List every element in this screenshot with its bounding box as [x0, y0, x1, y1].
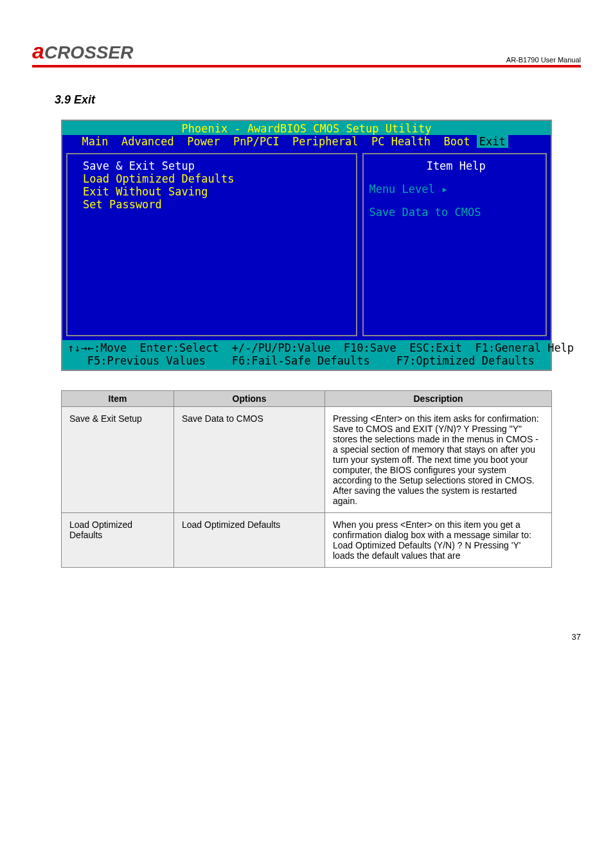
table-header: Description: [325, 391, 552, 407]
table-cell-options: Save Data to CMOS: [174, 407, 325, 513]
bios-menu-panel: Save & Exit Setup Load Optimized Default…: [66, 153, 357, 336]
bios-tab-exit: Exit: [477, 135, 508, 148]
bios-menu-level: Menu Level ▸: [369, 183, 543, 195]
bios-menu-item: Save & Exit Setup: [83, 159, 352, 172]
bios-tabs: Main Advanced Power PnP/PCI Peripheral P…: [62, 135, 551, 149]
table-header: Item: [62, 391, 174, 407]
bios-help-panel: Item Help Menu Level ▸ Save Data to CMOS: [362, 153, 547, 336]
options-table: Item Options Description Save & Exit Set…: [61, 390, 552, 568]
table-cell-desc: Pressing <Enter> on this item asks for c…: [325, 407, 552, 513]
table-cell-desc: When you press <Enter> on this item you …: [325, 513, 552, 568]
bios-help-text: Save Data to CMOS: [369, 206, 543, 219]
table-cell-item: Save & Exit Setup: [62, 407, 174, 513]
bios-screenshot: Phoenix - AwardBIOS CMOS Setup Utility M…: [61, 120, 552, 371]
header-row: aCROSSER AR-B1790 User Manual: [32, 39, 581, 68]
doc-title: AR-B1790 User Manual: [506, 56, 581, 64]
bios-menu-item: Exit Without Saving: [83, 185, 352, 198]
bios-menu-item: Load Optimized Defaults: [83, 172, 352, 185]
logo: aCROSSER: [32, 39, 133, 64]
table-header: Options: [174, 391, 325, 407]
table-row: Save & Exit Setup Save Data to CMOS Pres…: [62, 407, 552, 513]
section-title: 3.9 Exit: [55, 93, 581, 107]
page-number: 37: [0, 632, 613, 642]
bios-footer: ↑↓→←:Move Enter:Select +/-/PU/PD:Value F…: [62, 340, 551, 370]
table-cell-options: Load Optimized Defaults: [174, 513, 325, 568]
bios-menu-item: Set Password: [83, 198, 352, 211]
table-cell-item: Load Optimized Defaults: [62, 513, 174, 568]
table-row: Load Optimized Defaults Load Optimized D…: [62, 513, 552, 568]
table-header-row: Item Options Description: [62, 391, 552, 407]
bios-title: Phoenix - AwardBIOS CMOS Setup Utility: [62, 121, 551, 135]
bios-help-title: Item Help: [369, 159, 543, 172]
